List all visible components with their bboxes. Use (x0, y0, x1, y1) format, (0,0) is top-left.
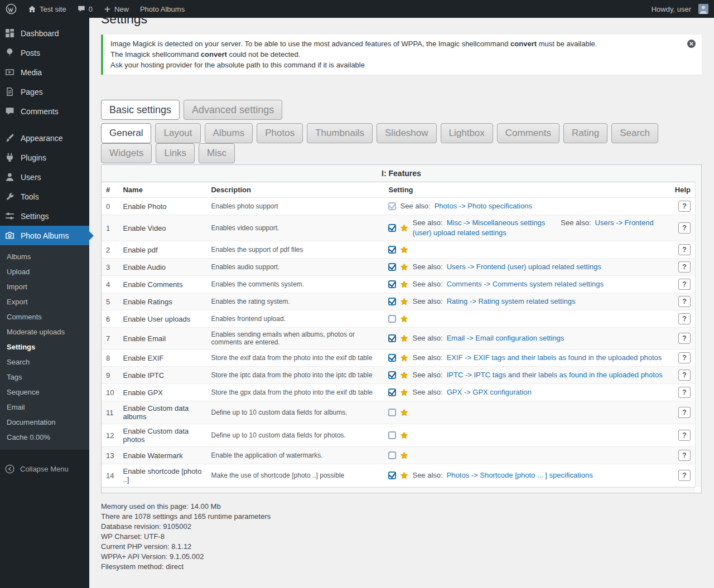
see-also-label: See also: (561, 218, 591, 227)
sidebar-item-media[interactable]: Media (0, 62, 89, 82)
see-also-link[interactable]: Comments -> Comments system related sett… (447, 280, 604, 288)
help-button[interactable]: ? (678, 313, 691, 324)
see-also-link[interactable]: Rating -> Rating system related settings (447, 297, 576, 305)
new-content-button[interactable]: New (98, 0, 134, 18)
site-name: Test site (40, 5, 66, 13)
row-number: 11 (102, 401, 118, 424)
submenu-item-tags[interactable]: Tags (0, 370, 89, 385)
setting-checkbox (388, 202, 396, 210)
submenu-item-email[interactable]: Email (0, 400, 89, 415)
see-also-link[interactable]: GPX -> GPX configuration (447, 388, 532, 396)
help-button[interactable]: ? (678, 370, 691, 381)
see-also-link[interactable]: Email -> Email configuration settings (447, 334, 565, 342)
sidebar-item-tools[interactable]: Tools (0, 187, 89, 206)
see-also-link[interactable]: EXIF -> EXIF tags and their labels as fo… (447, 353, 662, 362)
help-button[interactable]: ? (678, 244, 691, 255)
sidebar-item-plugins[interactable]: Plugins (0, 148, 89, 167)
subtab-thumbnails[interactable]: Thumbnails (307, 123, 373, 143)
help-button[interactable]: ? (678, 222, 691, 234)
admin-bar-photo-albums[interactable]: Photo Albums (134, 0, 190, 18)
subtab-general[interactable]: General (101, 123, 151, 143)
help-button[interactable]: ? (678, 470, 691, 481)
subtab-comments[interactable]: Comments (497, 123, 559, 143)
sidebar-item-settings[interactable]: Settings (0, 206, 89, 226)
help-button[interactable]: ? (678, 333, 691, 344)
camera-icon (4, 230, 15, 241)
help-button[interactable]: ? (678, 407, 691, 418)
see-also-link[interactable]: Photos -> Shortcode [photo ... ] specifi… (447, 471, 593, 479)
collapse-menu-button[interactable]: Collapse Menu (0, 458, 89, 480)
submenu-item-import[interactable]: Import (0, 279, 89, 294)
setting-checkbox[interactable] (388, 298, 396, 305)
setting-checkbox[interactable] (388, 388, 396, 396)
submenu-item-documentation[interactable]: Documentation (0, 415, 89, 430)
setting-checkbox[interactable] (388, 472, 396, 479)
subtab-search[interactable]: Search (611, 123, 658, 143)
subtab-layout[interactable]: Layout (155, 123, 200, 143)
setting-checkbox[interactable] (388, 224, 396, 232)
help-button[interactable]: ? (678, 430, 691, 441)
sidebar-item-users[interactable]: Users (0, 167, 89, 187)
subtab-links[interactable]: Links (156, 143, 195, 163)
setting-checkbox[interactable] (388, 246, 396, 254)
subtab-lightbox[interactable]: Lightbox (441, 123, 493, 143)
see-also-link[interactable]: IPTC -> IPTC tags and their labels as fo… (447, 371, 663, 379)
sidebar-item-posts[interactable]: Posts (0, 43, 89, 62)
help-button[interactable]: ? (678, 296, 691, 307)
setting-name: Enable Comments (118, 276, 206, 293)
star-icon (400, 409, 408, 417)
sidebar-item-dashboard[interactable]: Dashboard (0, 23, 89, 43)
submenu-item-export[interactable]: Export (0, 294, 89, 309)
submenu-item-settings[interactable]: Settings (0, 339, 89, 354)
see-also-link[interactable]: Users -> Frontend (user) upload related … (447, 263, 601, 271)
dismiss-notice-button[interactable] (687, 39, 696, 51)
setting-checkbox[interactable] (388, 263, 396, 271)
sidebar-item-comments[interactable]: Comments (0, 101, 89, 121)
sidebar-item-photo-albums[interactable]: Photo Albums (0, 226, 89, 245)
table-scrollbar-horizontal[interactable] (102, 487, 695, 493)
sidebar-item-label: Posts (21, 48, 40, 57)
setting-checkbox[interactable] (388, 280, 396, 288)
setting-checkbox[interactable] (388, 451, 396, 459)
table-scrollbar-vertical[interactable] (695, 182, 701, 487)
help-button[interactable]: ? (678, 450, 691, 461)
subtab-slideshow[interactable]: Slideshow (377, 123, 437, 143)
help-button[interactable]: ? (678, 261, 691, 273)
tools-icon (4, 191, 15, 202)
subtab-photos[interactable]: Photos (257, 123, 303, 143)
setting-checkbox[interactable] (388, 431, 396, 439)
submenu-item-albums[interactable]: Albums (0, 249, 89, 264)
help-button[interactable]: ? (678, 279, 691, 290)
subtab-misc[interactable]: Misc (199, 143, 235, 163)
submenu-item-search[interactable]: Search (0, 354, 89, 370)
submenu-item-cache-0-00[interactable]: Cache 0.00% (0, 430, 89, 445)
see-also-link[interactable]: Misc -> Miscellaneous settings (447, 218, 546, 227)
sidebar-item-pages[interactable]: Pages (0, 82, 89, 101)
setting-checkbox[interactable] (388, 315, 396, 323)
submenu-item-moderate-uploads[interactable]: Moderate uploads (0, 324, 89, 339)
help-button[interactable]: ? (678, 387, 691, 398)
tab-basic-settings[interactable]: Basic settings (101, 100, 180, 120)
wp-logo-button[interactable] (0, 0, 22, 18)
submenu-item-upload[interactable]: Upload (0, 264, 89, 279)
row-number: 0 (102, 198, 118, 215)
tab-advanced-settings[interactable]: Advanced settings (184, 100, 282, 120)
setting-checkbox[interactable] (388, 371, 396, 379)
setting-checkbox[interactable] (388, 409, 396, 416)
sidebar-item-appearance[interactable]: Appearance (0, 128, 89, 148)
submenu-item-sequence[interactable]: Sequence (0, 385, 89, 400)
subtab-rating[interactable]: Rating (563, 123, 607, 143)
help-button[interactable]: ? (678, 201, 691, 212)
submenu-item-comments[interactable]: Comments (0, 309, 89, 324)
subtab-widgets[interactable]: Widgets (101, 143, 152, 163)
setting-checkbox[interactable] (388, 354, 396, 362)
setting-checkbox[interactable] (388, 334, 396, 342)
howdy-menu[interactable]: Howdy, user (646, 0, 714, 18)
help-button[interactable]: ? (678, 352, 691, 363)
setting-cell: See also:Email -> Email configuration se… (384, 328, 670, 349)
admin-bar-comments-button[interactable]: 0 (72, 0, 98, 18)
site-menu[interactable]: Test site (22, 0, 72, 18)
see-also-link[interactable]: Photos -> Photo specifications (435, 202, 532, 210)
see-also-label: See also: (412, 353, 442, 362)
subtab-albums[interactable]: Albums (205, 123, 253, 143)
